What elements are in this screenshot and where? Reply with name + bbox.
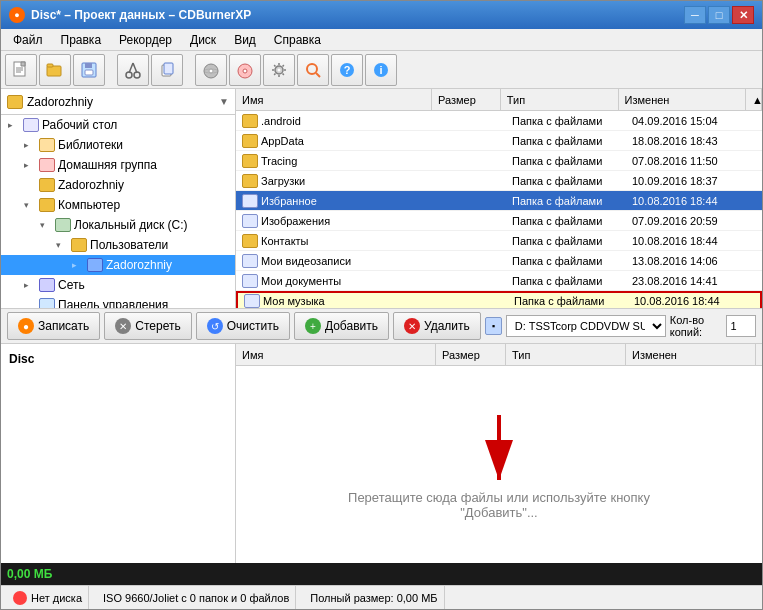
- clear-icon: ↺: [207, 318, 223, 334]
- zadorozhniy-icon: [39, 178, 55, 192]
- file-row-favorites[interactable]: Избранное Папка с файлами 10.08.2016 18:…: [236, 191, 762, 211]
- special-icon: [244, 294, 260, 308]
- file-row-documents[interactable]: Мои документы Папка с файлами 23.08.2016…: [236, 271, 762, 291]
- copies-input[interactable]: [726, 315, 756, 337]
- copies-label: Кол-во копий:: [670, 314, 722, 338]
- menu-help[interactable]: Справка: [266, 30, 329, 50]
- menu-recorder[interactable]: Рекордер: [111, 30, 180, 50]
- special-icon: [242, 194, 258, 208]
- folder-dropdown-text: Zadorozhniy: [27, 95, 215, 109]
- tree-item-homegroup[interactable]: ▸ Домашняя группа: [1, 155, 235, 175]
- folder-dropdown-icon: [7, 95, 23, 109]
- expand-icon[interactable]: ▸: [8, 120, 20, 130]
- col-header-size[interactable]: Размер: [432, 89, 501, 110]
- file-size: [436, 180, 506, 182]
- toolbar-help-btn[interactable]: ?: [331, 54, 363, 86]
- toolbar-erase-btn[interactable]: [229, 54, 261, 86]
- maximize-button[interactable]: □: [708, 6, 730, 24]
- file-row-contacts[interactable]: Контакты Папка с файлами 10.08.2016 18:4…: [236, 231, 762, 251]
- toolbar-save-btn[interactable]: [73, 54, 105, 86]
- svg-rect-14: [164, 63, 173, 74]
- drop-text-line1: Перетащите сюда файлы или используйте кн…: [348, 490, 650, 505]
- expand-icon: ▸: [24, 180, 36, 190]
- file-row-android[interactable]: .android Папка с файлами 04.09.2016 15:0…: [236, 111, 762, 131]
- col-header-type[interactable]: Тип: [501, 89, 619, 110]
- folder-icon: [242, 114, 258, 128]
- file-date: 07.09.2016 20:59: [626, 214, 756, 228]
- toolbar-cut-btn[interactable]: [117, 54, 149, 86]
- disc-file-header: Имя Размер Тип Изменен: [236, 344, 762, 366]
- close-button[interactable]: ✕: [732, 6, 754, 24]
- tree-item-users[interactable]: ▾ Пользователи: [1, 235, 235, 255]
- file-date: 10.08.2016 18:44: [628, 294, 758, 308]
- folder-dropdown[interactable]: Zadorozhniy ▼: [1, 89, 235, 115]
- col-header-name[interactable]: Имя: [236, 89, 432, 110]
- file-row-images[interactable]: Изображения Папка с файлами 07.09.2016 2…: [236, 211, 762, 231]
- expand-icon[interactable]: ▸: [24, 160, 36, 170]
- expand-icon[interactable]: ▸: [24, 140, 36, 150]
- file-row-appdata[interactable]: AppData Папка с файлами 18.08.2016 18:43: [236, 131, 762, 151]
- toolbar-info-btn[interactable]: i: [365, 54, 397, 86]
- minimize-button[interactable]: ─: [684, 6, 706, 24]
- menu-view[interactable]: Вид: [226, 30, 264, 50]
- app-icon: ●: [9, 7, 25, 23]
- toolbar-copy-btn[interactable]: [151, 54, 183, 86]
- erase-button[interactable]: ✕ Стереть: [104, 312, 191, 340]
- expand-icon[interactable]: ▾: [40, 220, 52, 230]
- disc-col-size[interactable]: Размер: [436, 344, 506, 365]
- expand-icon[interactable]: ▾: [56, 240, 68, 250]
- file-row-videos[interactable]: Мои видеозаписи Папка с файлами 13.08.20…: [236, 251, 762, 271]
- toolbar-search-btn[interactable]: [297, 54, 329, 86]
- drop-arrow-icon: [469, 410, 529, 490]
- svg-point-16: [209, 69, 213, 73]
- file-row-tracing[interactable]: Tracing Папка с файлами 07.08.2016 11:50: [236, 151, 762, 171]
- add-button[interactable]: + Добавить: [294, 312, 389, 340]
- toolbar: ? i: [1, 51, 762, 89]
- libraries-icon: [39, 138, 55, 152]
- title-buttons: ─ □ ✕: [684, 6, 754, 24]
- left-panel: Zadorozhniy ▼ ▸ Рабочий стол ▸ Библиотек…: [1, 89, 236, 308]
- toolbar-settings-btn[interactable]: [263, 54, 295, 86]
- tree-item-localdisk[interactable]: ▾ Локальный диск (C:): [1, 215, 235, 235]
- toolbar-burn-btn[interactable]: [195, 54, 227, 86]
- clear-button[interactable]: ↺ Очистить: [196, 312, 290, 340]
- controlpanel-icon: [39, 298, 55, 308]
- disc-area: Disc Имя Размер Тип Изменен: [1, 344, 762, 563]
- erase-icon: ✕: [115, 318, 131, 334]
- menu-disc[interactable]: Диск: [182, 30, 224, 50]
- tree-item-controlpanel[interactable]: ▸ Панель управления: [1, 295, 235, 308]
- file-type: Папка с файлами: [506, 194, 626, 208]
- tree-item-desktop[interactable]: ▸ Рабочий стол: [1, 115, 235, 135]
- expand-icon[interactable]: ▾: [24, 200, 36, 210]
- file-date: 10.08.2016 18:44: [626, 234, 756, 248]
- folder-icon: [242, 174, 258, 188]
- remove-button[interactable]: ✕ Удалить: [393, 312, 481, 340]
- tree-item-network[interactable]: ▸ Сеть: [1, 275, 235, 295]
- tree-item-libraries[interactable]: ▸ Библиотеки: [1, 135, 235, 155]
- record-button[interactable]: ● Записать: [7, 312, 100, 340]
- file-date: 18.08.2016 18:43: [626, 134, 756, 148]
- title-bar-left: ● Disc* – Проект данных – CDBurnerXP: [9, 7, 251, 23]
- toolbar-open-btn[interactable]: [39, 54, 71, 86]
- disc-col-type[interactable]: Тип: [506, 344, 626, 365]
- expand-icon[interactable]: ▸: [24, 280, 36, 290]
- col-header-date[interactable]: Изменен: [619, 89, 747, 110]
- disc-title: Disc: [1, 344, 236, 563]
- drive-select[interactable]: D: TSSTcorp CDDVDW SU-2: [506, 315, 666, 337]
- menu-file[interactable]: Файл: [5, 30, 51, 50]
- folder-icon: [242, 134, 258, 148]
- disc-col-date[interactable]: Изменен: [626, 344, 756, 365]
- toolbar-new-btn[interactable]: [5, 54, 37, 86]
- svg-line-11: [129, 63, 133, 73]
- svg-point-19: [243, 69, 247, 73]
- file-row-music[interactable]: Моя музыка Папка с файлами 10.08.2016 18…: [236, 291, 762, 308]
- tree-item-zadorozhniy[interactable]: ▸ Zadorozhniy: [1, 175, 235, 195]
- file-row-downloads[interactable]: Загрузки Папка с файлами 10.09.2016 18:3…: [236, 171, 762, 191]
- menu-edit[interactable]: Правка: [53, 30, 110, 50]
- tree-item-computer[interactable]: ▾ Компьютер: [1, 195, 235, 215]
- tree-item-zadorozhniy2[interactable]: ▸ Zadorozhniy: [1, 255, 235, 275]
- file-type: Папка с файлами: [506, 254, 626, 268]
- disc-col-name[interactable]: Имя: [236, 344, 436, 365]
- file-date: 13.08.2016 14:06: [626, 254, 756, 268]
- file-date: 07.08.2016 11:50: [626, 154, 756, 168]
